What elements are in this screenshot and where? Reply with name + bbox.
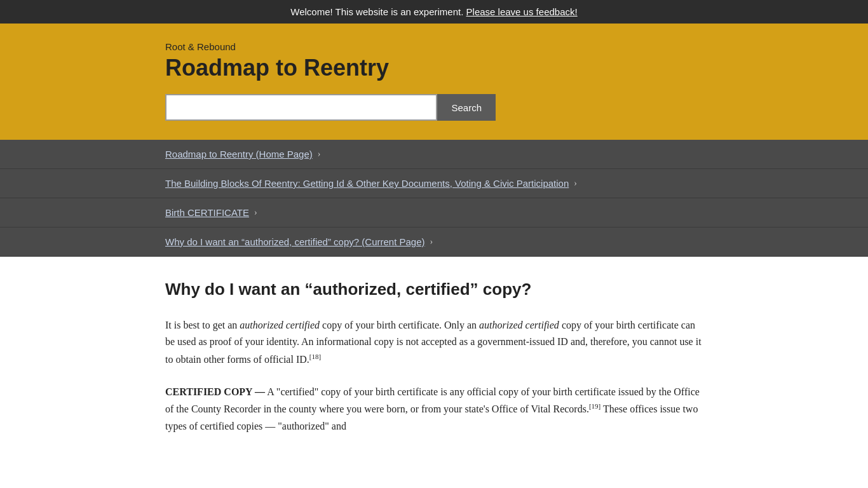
breadcrumb-link-2[interactable]: The Building Blocks Of Reentry: Getting … (165, 178, 569, 189)
footnote-ref-18: [18] (309, 353, 321, 360)
search-input[interactable] (165, 94, 437, 121)
breadcrumb-item-3: Birth CERTIFICATE › (0, 198, 868, 227)
main-content: Why do I want an “authorized, certified”… (0, 257, 868, 475)
breadcrumb-link-4[interactable]: Why do I want an “authorized, certified”… (165, 236, 425, 247)
site-title: Roadmap to Reentry (165, 55, 843, 81)
feedback-link[interactable]: Please leave us feedback! (466, 6, 578, 17)
breadcrumb-nav: Roadmap to Reentry (Home Page) › The Bui… (0, 140, 868, 257)
breadcrumb-item-2: The Building Blocks Of Reentry: Getting … (0, 169, 868, 198)
chevron-icon-2: › (574, 179, 577, 189)
chevron-icon-1: › (318, 149, 321, 159)
content-paragraph-2: CERTIFIED COPY — A "certified" copy of y… (165, 384, 703, 435)
search-button[interactable]: Search (437, 94, 496, 121)
site-header: Root & Rebound Roadmap to Reentry Search (0, 24, 868, 140)
breadcrumb-link-1[interactable]: Roadmap to Reentry (Home Page) (165, 149, 313, 159)
site-tagline: Root & Rebound (165, 41, 843, 52)
breadcrumb-item-1: Roadmap to Reentry (Home Page) › (0, 140, 868, 169)
content-paragraph-1: It is best to get an authorized certifie… (165, 317, 703, 369)
breadcrumb-link-3[interactable]: Birth CERTIFICATE (165, 207, 249, 218)
chevron-icon-3: › (254, 208, 257, 218)
chevron-icon-4: › (430, 237, 433, 247)
breadcrumb-item-4: Why do I want an “authorized, certified”… (0, 227, 868, 257)
top-banner: Welcome! This website is an experiment. … (0, 0, 868, 24)
page-heading: Why do I want an “authorized, certified”… (165, 280, 703, 299)
search-bar: Search (165, 94, 496, 121)
footnote-ref-19: [19] (589, 402, 600, 410)
banner-text: Welcome! This website is an experiment. (290, 6, 466, 17)
